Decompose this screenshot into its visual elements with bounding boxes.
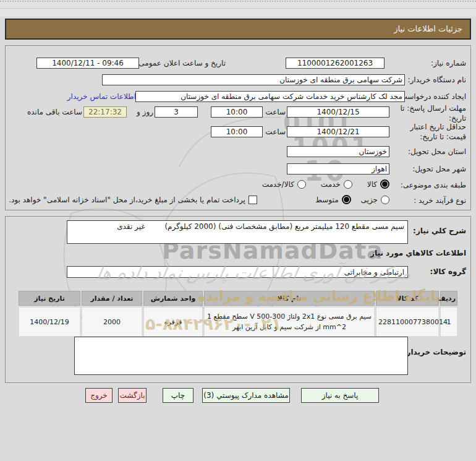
treasury-checkbox-option[interactable]: پرداخت تمام یا بخشی از مبلغ خرید،از محل … (9, 196, 257, 204)
subject-class-label: طبقه بندی موضوعی: (401, 181, 466, 191)
radio-option-goods-service[interactable]: کالا/خدمت (262, 180, 306, 189)
announce-datetime-field[interactable]: 1400/12/11 - 09:46 (36, 58, 139, 69)
description-field[interactable]: سیم مسی مقطع 120 میلیمتر مربع (مطابق مشخ… (67, 220, 408, 244)
top-dotted-divider (0, 1, 476, 2)
cell-quantity: 2000 (82, 307, 142, 337)
creator-label: ایجاد کننده درخواست: (397, 92, 466, 102)
view-attachments-button[interactable]: مشاهده مدارک پیوستي (3) (202, 388, 290, 403)
need-number-label: شماره نیاز: (431, 59, 466, 69)
validity-time-field[interactable]: 10:00 (211, 126, 263, 137)
cell-item-name: سیم برق مسی نوع 2x1 ولتاژ 300-500 V سطح … (204, 307, 375, 337)
deadline-days-field[interactable]: 3 (155, 106, 198, 118)
city-label: شهر محل تحویل: (412, 165, 466, 174)
treasury-checkbox-icon[interactable] (249, 196, 257, 204)
buyer-notes-field[interactable] (74, 337, 408, 375)
validity-label: حداقل تاریخ اعتبار قیمت: تا تاریخ: (397, 123, 466, 142)
exit-button[interactable]: خروج (85, 388, 113, 403)
page-title-banner: جزئیات اطلاعات نیاز (5, 19, 471, 40)
description-text: سیم مسی مقطع 120 میلیمتر مربع (مطابق مشخ… (164, 222, 404, 231)
buyer-contact-link[interactable]: اطلاعات تماس خریدار (67, 92, 136, 101)
radio-option-partial[interactable]: جزیی (361, 196, 389, 204)
treasury-note-label: پرداخت تمام یا بخشی از مبلغ خرید،از محل … (9, 196, 245, 204)
col-header-qty: تعداد / مقدار (82, 291, 142, 306)
col-header-code: کد کالا (376, 291, 439, 306)
remaining-timer: 22:17:32 (83, 106, 127, 118)
process-type-options: جزیی متوسط پرداخت تمام یا بخشی از مبلغ خ… (9, 195, 389, 204)
radio-option-goods[interactable]: کالا (367, 179, 389, 189)
items-table-header-row: ردیف کد کالا نام کالا واحد شمارش تعداد /… (19, 291, 457, 306)
deadline-hour-label: ساعت (265, 108, 286, 118)
province-label: استان محل تحویل: (408, 147, 466, 157)
deadline-days-label: روز و (137, 108, 153, 118)
cell-unit: قرقره (143, 307, 203, 337)
announce-datetime-label: تاریخ و ساعت اعلان عمومی: (136, 59, 226, 69)
col-header-need-date: تاریخ نیاز (19, 291, 80, 306)
deadline-time-field[interactable]: 10:00 (211, 106, 263, 118)
goods-group-field[interactable]: ارتباطی و مخابراتی (67, 266, 408, 278)
subject-class-options: کالا خدمت کالا/خدمت (262, 179, 389, 189)
description-extra: غیر نقدی (117, 222, 145, 231)
radio-partial-label: جزیی (361, 196, 378, 204)
tender-detail-page: { "banner": { "title": "جزئیات اطلاعات ن… (0, 0, 476, 461)
validity-date-field[interactable]: 1400/12/21 (287, 126, 389, 137)
buyer-notes-label: توضیحات خریدار: (404, 348, 466, 358)
validity-hour-label: ساعت (265, 127, 286, 137)
table-row: 1 2281100077380014 سیم برق مسی نوع 2x1 و… (19, 307, 457, 337)
radio-goods-service-label: کالا/خدمت (262, 180, 294, 189)
radio-option-service[interactable]: خدمت (321, 180, 352, 189)
print-button[interactable]: چاپ (163, 388, 193, 403)
cell-item-code: 2281100077380014 (376, 307, 439, 337)
col-header-name: نام کالا (204, 291, 375, 306)
radio-medium-label: متوسط (315, 196, 339, 204)
items-section-heading: اطلاعات كالاهاي مورد نياز (370, 249, 466, 259)
radio-goods-service-icon[interactable] (297, 180, 306, 189)
deadline-label: مهلت ارسال پاسخ: تا تاریخ: (399, 104, 466, 123)
need-number-field[interactable]: 1100001262001263 (286, 58, 385, 69)
process-type-label: نوع فرآیند خرید : (414, 196, 466, 206)
col-header-row: ردیف (440, 291, 457, 306)
radio-option-medium[interactable]: متوسط (315, 195, 351, 204)
city-field[interactable]: اهواز (287, 163, 389, 174)
creator-field[interactable]: مجد لک کارشناس خرید خدمات شرکت سهامی برق… (135, 91, 405, 102)
radio-medium-icon[interactable] (342, 195, 351, 204)
respond-button[interactable]: پاسخ به نیاز (301, 388, 379, 403)
goods-group-label: گروه کالا: (430, 267, 466, 277)
buyer-org-label: نام دستگاه خریدار: (408, 75, 467, 85)
items-table: ردیف کد کالا نام کالا واحد شمارش تعداد /… (17, 290, 459, 338)
remaining-label: ساعت باقی مانده (27, 108, 82, 118)
top-divider (0, 8, 476, 9)
buyer-org-field[interactable]: شرکت سهامی برق منطقه ای خوزستان (102, 74, 405, 85)
radio-partial-icon[interactable] (381, 196, 389, 204)
cell-need-date: 1400/12/19 (19, 307, 80, 337)
radio-goods-icon[interactable] (380, 179, 389, 189)
col-header-unit: واحد شمارش (143, 291, 203, 306)
page-title: جزئیات اطلاعات نیاز (394, 24, 462, 33)
radio-service-icon[interactable] (344, 180, 352, 189)
province-field[interactable]: خوزستان (287, 146, 389, 157)
deadline-date-field[interactable]: 1400/12/15 (287, 106, 389, 118)
radio-service-label: خدمت (321, 180, 341, 189)
radio-goods-label: کالا (367, 180, 377, 189)
back-button[interactable]: بازگشت (118, 388, 147, 403)
description-label: شرح کلي نیاز: (413, 226, 466, 236)
